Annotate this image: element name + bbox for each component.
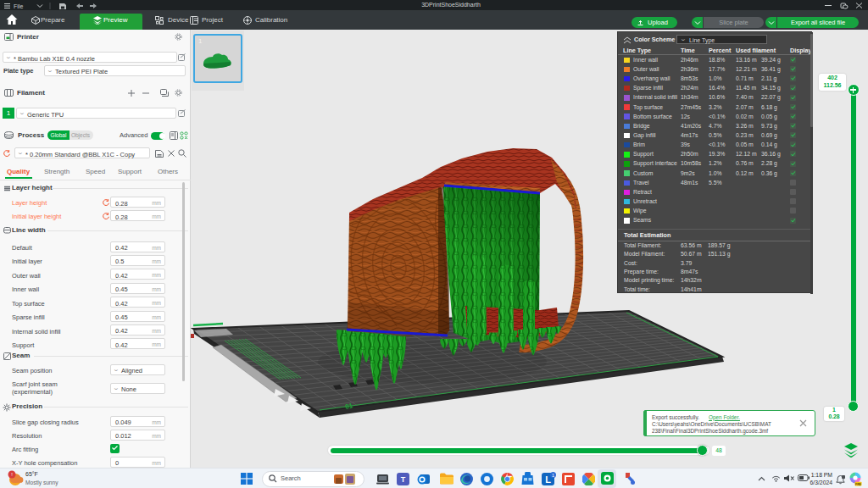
svg-text:L: L xyxy=(545,474,551,485)
svg-text:FRE: FRE xyxy=(855,483,862,486)
svg-text:T: T xyxy=(401,475,406,484)
svg-text:1: 1 xyxy=(552,473,554,478)
svg-text:File: File xyxy=(14,3,23,9)
